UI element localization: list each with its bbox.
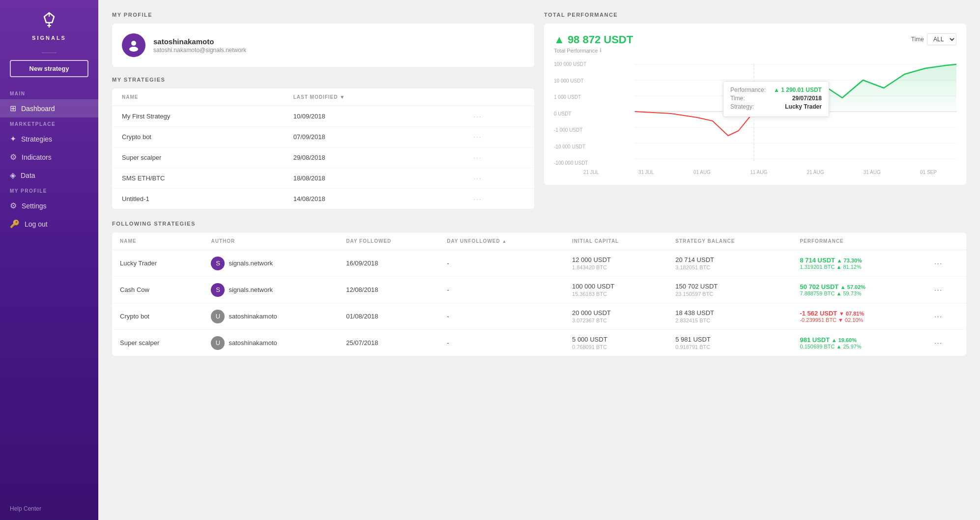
strategy-row: Untitled-1 14/08/2018 ··· bbox=[112, 189, 534, 209]
time-filter: Time ALL 1M 3M 6M bbox=[911, 33, 956, 45]
fol-author: S signals.network bbox=[203, 250, 338, 277]
sidebar-label-dashboard: Dashboard bbox=[21, 105, 55, 113]
fol-capital: 100 000 USDT 15.36183 BTC bbox=[564, 277, 667, 303]
fol-col-followed: DAY FOLLOWED bbox=[338, 232, 439, 250]
logo-divider bbox=[42, 53, 57, 53]
svg-point-8 bbox=[129, 47, 138, 52]
fol-col-balance: STRATEGY BALANCE bbox=[667, 232, 792, 250]
strategy-menu-btn[interactable]: ··· bbox=[464, 168, 534, 189]
my-strategies-section: MY STRATEGIES NAME LAST MODIFIED ▼ My Fi… bbox=[112, 77, 534, 209]
sidebar-item-data[interactable]: ◈ Data bbox=[0, 166, 98, 184]
col-name: NAME bbox=[112, 88, 284, 106]
logo-area: SIGNALS bbox=[0, 0, 98, 49]
new-strategy-button[interactable]: New strategy bbox=[10, 60, 88, 77]
following-table: NAME AUTHOR DAY FOLLOWED DAY UNFOLLOWED … bbox=[112, 232, 966, 356]
fol-menu-btn[interactable]: ··· bbox=[926, 250, 966, 277]
x-label-3: 11 AUG bbox=[750, 170, 767, 175]
fol-name[interactable]: Lucky Trader bbox=[112, 250, 203, 277]
info-icon: ℹ bbox=[600, 47, 602, 54]
strategy-menu-btn[interactable]: ··· bbox=[464, 127, 534, 147]
fol-menu-btn[interactable]: ··· bbox=[926, 277, 966, 303]
y-label-6: 100 000 USDT bbox=[554, 61, 593, 67]
author-name: satoshinakamoto bbox=[229, 339, 277, 347]
fol-performance: -1 562 USDT ▼ 07.81% -0.239951 BTC ▼ 02.… bbox=[792, 303, 926, 330]
sidebar-section-main: MAIN bbox=[0, 87, 98, 99]
sidebar: SIGNALS New strategy MAIN ⊞ Dashboard MA… bbox=[0, 0, 98, 520]
strategy-name[interactable]: Crypto bot bbox=[112, 127, 284, 147]
y-label-5: 10 000 USDT bbox=[554, 78, 593, 84]
x-label-0: 21 JUL bbox=[583, 170, 599, 175]
fol-author: U satoshinakamoto bbox=[203, 303, 338, 330]
sidebar-label-settings: Settings bbox=[22, 202, 47, 210]
profile-info: satoshinakamoto satoshi.nakamoto@signals… bbox=[122, 33, 524, 57]
time-select[interactable]: ALL 1M 3M 6M bbox=[927, 33, 956, 45]
fol-followed-date: 01/08/2018 bbox=[338, 303, 439, 330]
following-strategies-title: FOLLOWING STRATEGIES bbox=[112, 221, 966, 227]
strategy-row: Crypto bot 07/09/2018 ··· bbox=[112, 127, 534, 147]
unfollow-sort-icon: ▲ bbox=[502, 239, 507, 244]
strategy-menu-btn[interactable]: ··· bbox=[464, 106, 534, 127]
profile-card: satoshinakamoto satoshi.nakamoto@signals… bbox=[112, 24, 534, 67]
strategy-name[interactable]: Super scalper bbox=[112, 147, 284, 168]
fol-unfollowed-date: - bbox=[439, 250, 564, 277]
strategy-name[interactable]: SMS ETH/BTC bbox=[112, 168, 284, 189]
strategy-date: 29/08/2018 bbox=[284, 147, 464, 168]
fol-capital: 20 000 USDT 3.072367 BTC bbox=[564, 303, 667, 330]
following-row: Crypto bot U satoshinakamoto 01/08/2018 … bbox=[112, 303, 966, 330]
logout-icon: 🔑 bbox=[10, 219, 20, 229]
sidebar-item-dashboard[interactable]: ⊞ Dashboard bbox=[0, 99, 98, 117]
fol-name[interactable]: Super scalper bbox=[112, 330, 203, 356]
my-strategies-title: MY STRATEGIES bbox=[112, 77, 534, 83]
strategy-date: 18/08/2018 bbox=[284, 168, 464, 189]
fol-col-capital: INITIAL CAPITAL bbox=[564, 232, 667, 250]
sidebar-item-strategies[interactable]: ✦ Strategies bbox=[0, 130, 98, 148]
profile-username: satoshinakamoto bbox=[153, 37, 246, 46]
my-strategies-card: NAME LAST MODIFIED ▼ My First Strategy 1… bbox=[112, 88, 534, 209]
perf-value-area: ▲ 98 872 USDT Total Performance ℹ bbox=[554, 33, 633, 54]
fol-balance: 150 702 USDT 23.150597 BTC bbox=[667, 277, 792, 303]
following-row: Cash Cow S signals.network 12/08/2018 - … bbox=[112, 277, 966, 303]
strategy-date: 14/08/2018 bbox=[284, 189, 464, 209]
x-label-5: 31 AUG bbox=[864, 170, 881, 175]
x-label-4: 21 AUG bbox=[807, 170, 824, 175]
y-label-0: -100 000 USDT bbox=[554, 160, 593, 166]
col-modified[interactable]: LAST MODIFIED ▼ bbox=[284, 88, 464, 106]
avatar bbox=[122, 33, 145, 57]
x-label-2: 01 AUG bbox=[693, 170, 711, 175]
performance-section-title: TOTAL PERFORMANCE bbox=[544, 12, 966, 18]
sidebar-item-settings[interactable]: ⚙ Settings bbox=[0, 197, 98, 215]
strategy-menu-btn[interactable]: ··· bbox=[464, 189, 534, 209]
fol-author: U satoshinakamoto bbox=[203, 330, 338, 356]
fol-col-author: AUTHOR bbox=[203, 232, 338, 250]
strategies-table: NAME LAST MODIFIED ▼ My First Strategy 1… bbox=[112, 88, 534, 209]
fol-name[interactable]: Cash Cow bbox=[112, 277, 203, 303]
sidebar-item-indicators[interactable]: ⚙ Indicators bbox=[0, 148, 98, 166]
fol-author: S signals.network bbox=[203, 277, 338, 303]
sidebar-label-indicators: Indicators bbox=[22, 153, 52, 161]
fol-col-actions bbox=[926, 232, 966, 250]
y-label-3: 0 USDT bbox=[554, 111, 593, 116]
profile-section-title: MY PROFILE bbox=[112, 12, 534, 18]
fol-capital: 5 000 USDT 0.768091 BTC bbox=[564, 330, 667, 356]
fol-balance: 18 438 USDT 2.832415 BTC bbox=[667, 303, 792, 330]
sidebar-label-strategies: Strategies bbox=[21, 135, 52, 143]
following-row: Lucky Trader S signals.network 16/09/201… bbox=[112, 250, 966, 277]
profile-details: satoshinakamoto satoshi.nakamoto@signals… bbox=[153, 37, 246, 54]
strategy-name[interactable]: Untitled-1 bbox=[112, 189, 284, 209]
fol-menu-btn[interactable]: ··· bbox=[926, 330, 966, 356]
following-strategies-card: NAME AUTHOR DAY FOLLOWED DAY UNFOLLOWED … bbox=[112, 232, 966, 356]
sidebar-bottom: Help Center bbox=[0, 497, 98, 520]
sidebar-label-data: Data bbox=[21, 172, 35, 179]
main-content: MY PROFILE satoshinakamoto satoshi.nakam… bbox=[98, 0, 980, 520]
strategies-icon: ✦ bbox=[10, 134, 16, 144]
fol-col-unfollowed[interactable]: DAY UNFOLLOWED ▲ bbox=[439, 232, 564, 250]
help-center-link[interactable]: Help Center bbox=[10, 505, 88, 512]
fol-menu-btn[interactable]: ··· bbox=[926, 303, 966, 330]
strategy-name[interactable]: My First Strategy bbox=[112, 106, 284, 127]
fol-name[interactable]: Crypto bot bbox=[112, 303, 203, 330]
col-actions bbox=[464, 88, 534, 106]
profile-section: MY PROFILE satoshinakamoto satoshi.nakam… bbox=[112, 12, 534, 209]
fol-followed-date: 16/09/2018 bbox=[338, 250, 439, 277]
sidebar-item-logout[interactable]: 🔑 Log out bbox=[0, 215, 98, 233]
strategy-menu-btn[interactable]: ··· bbox=[464, 147, 534, 168]
